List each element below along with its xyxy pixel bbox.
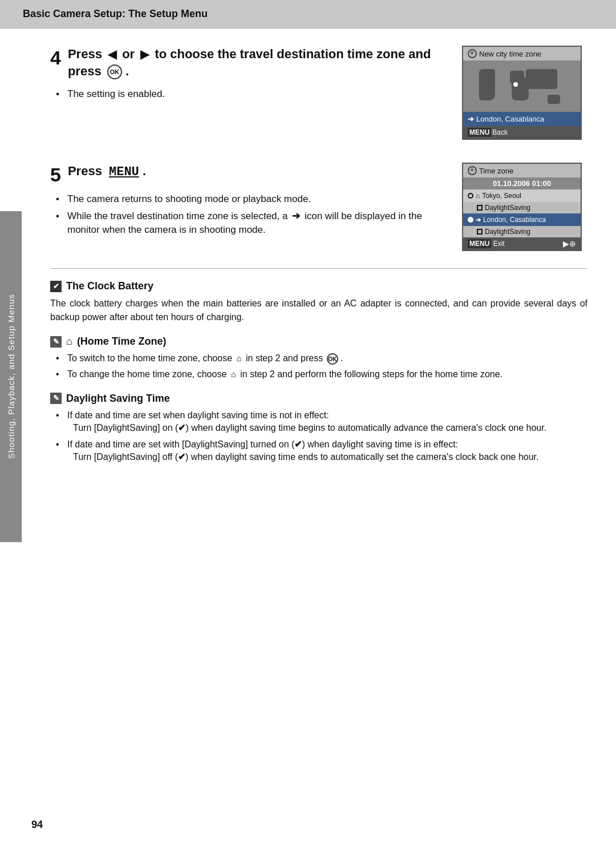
note-clock-text: The clock battery charges when the main … (50, 297, 587, 324)
step5-bullets: The camera returns to shooting mode or p… (50, 192, 445, 236)
step5-left: 5 Press MENU . The camera returns to sho… (50, 163, 462, 251)
note-daylight-bullet2: If date and time are set with [DaylightS… (56, 438, 587, 464)
header-title: Basic Camera Setup: The Setup Menu (23, 8, 208, 19)
ok-btn-note: OK (327, 353, 338, 365)
radio-filled-2 (468, 217, 473, 223)
step5-bullet2: While the travel destination time zone i… (56, 209, 445, 237)
note-home-bullets: To switch to the home time zone, choose … (50, 352, 587, 381)
note-daylight-title-text: Daylight Saving Time (66, 393, 170, 405)
screen4-map (463, 60, 581, 112)
step5-bullet1: The camera returns to shooting mode or p… (56, 192, 445, 206)
step5-title: Press MENU . (68, 163, 146, 181)
page-number: 94 (31, 819, 43, 831)
step4-press-text: Press (68, 47, 102, 61)
step4-number: 4 (50, 48, 61, 67)
screen5-row1: ⌂ Tokyo, Seoul (463, 189, 581, 202)
map-location-dot (513, 82, 518, 87)
screen5-title-bar: Time zone (463, 164, 581, 177)
left-arrow-icon: ◀ (108, 48, 116, 60)
step5-right: Time zone 01.10.2006 01:00 ⌂ Tokyo, Seou… (462, 163, 587, 251)
note-daylight-bullet1-indent: Turn [DaylightSaving] on (✔) when daylig… (67, 423, 546, 433)
note-home-bullet2: To change the home time zone, choose ⌂ i… (56, 368, 587, 381)
map-asia (526, 69, 557, 89)
home-icon-bullet2: ⌂ (231, 369, 236, 379)
ok-button-icon: OK (107, 64, 122, 79)
screen5-title: Time zone (479, 167, 513, 175)
new-city-icon (468, 49, 477, 58)
screen4-title: New city time zone (479, 50, 541, 58)
screen4-menu-label: MENU (468, 128, 491, 137)
sidebar-text: Shooting, Playback, and Setup Menus (6, 294, 16, 459)
note-clock-title: ✔ The Clock Battery (50, 280, 587, 292)
home-icon-1: ⌂ (476, 192, 480, 200)
checkbox-2 (477, 229, 483, 235)
map-americas (479, 69, 495, 100)
screen5-menu-action: Exit (493, 240, 505, 248)
divider-1 (50, 268, 587, 269)
screen4-menu-bar: MENU Back (463, 126, 581, 139)
check-icon-clock: ✔ (50, 281, 62, 292)
sidebar: Shooting, Playback, and Setup Menus (0, 211, 22, 542)
header-bar: Basic Camera Setup: The Setup Menu (0, 0, 616, 29)
right-arrow-icon: ▶ (140, 48, 149, 60)
screen4-menu-action: Back (492, 128, 508, 136)
step5-screen: Time zone 01.10.2006 01:00 ⌂ Tokyo, Seou… (462, 163, 582, 251)
screen5-city1: Tokyo, Seoul (482, 192, 521, 200)
screen5-globe-icon: ▶⊕ (563, 239, 576, 248)
screen5-menu-label: MENU (468, 239, 491, 248)
screen5-datetime: 01.10.2006 01:00 (463, 177, 581, 189)
time-zone-icon (468, 166, 477, 175)
note-home-section: ✎ ⌂ (Home Time Zone) To switch to the ho… (50, 336, 587, 381)
check-mark-3: ✔ (178, 452, 185, 462)
radio-circle-1 (468, 193, 473, 199)
screen5-city2: London, Casablanca (483, 216, 546, 224)
step5-press-text: Press (68, 164, 102, 178)
step4-bullet1: The setting is enabled. (56, 87, 445, 101)
screen5-menu-left: MENU Exit (468, 240, 505, 248)
step5-menu-text: MENU (109, 165, 139, 179)
note-daylight-bullets: If date and time are set when daylight s… (50, 409, 587, 464)
screen5-row2-sub: DaylightSaving (463, 226, 581, 237)
note-home-title: ✎ ⌂ (Home Time Zone) (50, 336, 587, 348)
step4-or-text: or (122, 47, 135, 61)
step4-period: . (125, 64, 129, 78)
check-mark-2: ✔ (294, 439, 302, 449)
screen4-selected-city: ➔ London, Casablanca (463, 112, 581, 126)
note-daylight-title: ✎ Daylight Saving Time (50, 393, 587, 405)
step5-arrow-icon: ➔ (292, 211, 300, 221)
screen4-title-bar: New city time zone (463, 47, 581, 60)
main-content: 4 Press ◀ or ▶ to choose the travel dest… (22, 29, 616, 492)
screen5-city2-sub: DaylightSaving (485, 228, 530, 236)
step4-bullets: The setting is enabled. (50, 87, 445, 101)
note-daylight-bullet1: If date and time are set when daylight s… (56, 409, 587, 435)
pencil-icon-home: ✎ (50, 336, 62, 348)
note-clock-section: ✔ The Clock Battery The clock battery ch… (50, 280, 587, 324)
note-home-bullet1: To switch to the home time zone, choose … (56, 352, 587, 365)
screen5-city1-sub: DaylightSaving (485, 204, 530, 212)
arrow-right-screen-icon: ➔ (468, 115, 474, 123)
step5-number: 5 (50, 165, 61, 184)
check-mark-1: ✔ (178, 423, 185, 433)
screen5-row2: ➔ London, Casablanca (463, 213, 581, 226)
step4-right: New city time zone ➔ London, Casablanca … (462, 46, 587, 140)
screen5-menu-bar: MENU Exit ▶⊕ (463, 237, 581, 250)
home-icon-title: ⌂ (66, 336, 72, 348)
screen5-row1-sub: DaylightSaving (463, 202, 581, 213)
step4-section: 4 Press ◀ or ▶ to choose the travel dest… (50, 46, 587, 140)
pencil-icon-daylight: ✎ (50, 393, 62, 404)
checkbox-1 (477, 205, 483, 211)
note-home-title-text: (Home Time Zone) (77, 336, 167, 348)
step4-left: 4 Press ◀ or ▶ to choose the travel dest… (50, 46, 462, 140)
step4-screen: New city time zone ➔ London, Casablanca … (462, 46, 582, 140)
step4-title: Press ◀ or ▶ to choose the travel destin… (68, 46, 445, 79)
note-daylight-section: ✎ Daylight Saving Time If date and time … (50, 393, 587, 464)
note-clock-title-text: The Clock Battery (66, 280, 153, 292)
step5-period: . (143, 164, 146, 178)
map-australia (548, 95, 560, 104)
home-icon-bullet1: ⌂ (237, 353, 242, 363)
arrow-icon-2: ➔ (476, 216, 481, 224)
step5-section: 5 Press MENU . The camera returns to sho… (50, 163, 587, 251)
note-daylight-bullet2-indent: Turn [DaylightSaving] off (✔) when dayli… (67, 452, 538, 462)
note-home-bullet1-end: . (341, 353, 343, 363)
